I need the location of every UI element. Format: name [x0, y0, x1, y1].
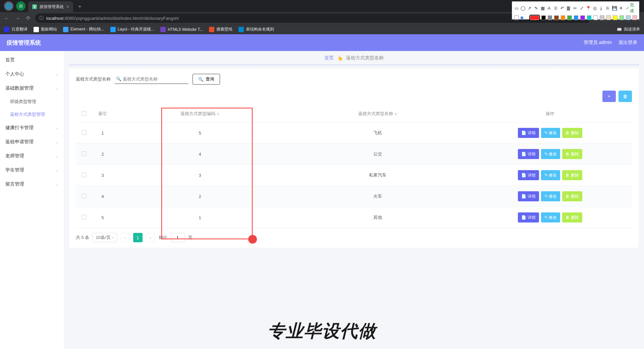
detail-button[interactable]: 📄 详情 — [518, 128, 539, 138]
bookmark-item[interactable]: Element - 网站快... — [63, 27, 104, 32]
sidebar-sub-returntype[interactable]: 返校方式类型管理 — [0, 108, 64, 121]
color-lightgreen[interactable] — [620, 15, 624, 20]
row-checkbox[interactable] — [82, 130, 87, 135]
color-orange[interactable] — [561, 15, 565, 20]
stroke-size-small[interactable] — [514, 15, 519, 20]
pin-tool-icon[interactable]: 📍 — [585, 5, 591, 11]
pager-page-1[interactable]: 1 — [133, 233, 143, 242]
row-checkbox[interactable] — [82, 215, 87, 219]
color-green[interactable] — [567, 15, 572, 20]
edit-button[interactable]: ✎ 修改 — [541, 191, 560, 201]
crop-tool-icon[interactable]: ✂ — [572, 5, 578, 11]
ocr-tool-icon[interactable]: ䷀ — [566, 5, 572, 11]
sidebar-item-home[interactable]: 首页 — [0, 53, 64, 67]
sidebar-item-returnapply[interactable]: 返校申请管理⌄ — [0, 135, 64, 149]
row-checkbox[interactable] — [82, 194, 87, 198]
delete-button[interactable]: 🗑 删除 — [562, 170, 582, 180]
delete-button[interactable]: 🗑 删除 — [562, 128, 582, 138]
detail-button[interactable]: 📄 详情 — [518, 191, 539, 201]
pen-tool-icon[interactable]: ✎ — [533, 5, 539, 11]
ellipse-tool-icon[interactable]: ◯ — [520, 5, 526, 11]
col-code[interactable]: 返校方式类型编码⇅ — [113, 105, 287, 122]
color-yellow[interactable] — [613, 15, 617, 20]
pager-goto-input[interactable] — [171, 233, 185, 242]
record-tool-icon[interactable]: ◎ — [592, 5, 598, 11]
edit-button[interactable]: ✎ 修改 — [541, 170, 560, 180]
edit-button[interactable]: ✎ 修改 — [541, 128, 560, 138]
color-cyan[interactable] — [587, 15, 591, 20]
color-white[interactable] — [593, 15, 598, 20]
detail-button[interactable]: 📄 详情 — [518, 212, 539, 222]
download-tool-icon[interactable]: ⭳ — [598, 5, 604, 11]
active-tab[interactable]: V 疫情管理系统 × — [28, 1, 73, 12]
save-tool-icon[interactable]: 💾 — [611, 5, 617, 11]
col-name[interactable]: 返校方式类型名称⇅ — [287, 105, 468, 122]
pager-next[interactable]: › — [146, 233, 155, 242]
text-tool-icon[interactable]: A — [546, 5, 552, 11]
detail-button[interactable]: 📄 详情 — [518, 170, 539, 180]
forward-icon[interactable]: → — [14, 15, 21, 21]
color-blue[interactable] — [574, 15, 578, 20]
color-black[interactable] — [541, 15, 546, 20]
bookmark-item[interactable]: HTML5 Website T... — [160, 27, 203, 32]
page-size-select[interactable]: 10条/页 — [93, 233, 117, 242]
bookmark-item[interactable]: 图标网站 — [34, 27, 57, 32]
counter-tool-icon[interactable]: ① — [553, 5, 558, 11]
add-button[interactable]: ＋ — [602, 91, 616, 102]
arrow-tool-icon[interactable]: ↗ — [527, 5, 532, 11]
pager-prev[interactable]: ‹ — [120, 233, 130, 242]
color-tan[interactable] — [606, 15, 611, 20]
bookmark-item[interactable]: 搜索壁纸 — [209, 27, 232, 32]
new-tab-button[interactable]: ＋ — [77, 3, 83, 10]
reload-icon[interactable]: ⟳ — [25, 15, 32, 21]
row-checkbox[interactable] — [82, 172, 87, 177]
user-label[interactable]: 管理员 admin — [584, 40, 612, 46]
search-button[interactable]: 🔍查询 — [193, 74, 220, 85]
color-lightblue[interactable] — [626, 15, 630, 20]
sidebar-item-message[interactable]: 留言管理⌄ — [0, 177, 64, 191]
mosaic-tool-icon[interactable]: ▦ — [540, 5, 545, 11]
copy-tool-icon[interactable]: ⎘ — [605, 5, 611, 11]
bookmark-item[interactable]: 百度翻译 — [4, 27, 28, 32]
row-checkbox[interactable] — [82, 151, 87, 156]
back-icon[interactable]: ← — [3, 15, 10, 21]
cancel-tool-icon[interactable]: ✕ — [618, 5, 624, 11]
color-gray[interactable] — [548, 15, 552, 20]
breadcrumb-home[interactable]: 首页 — [324, 55, 334, 61]
tab-icon-app[interactable]: 田 — [16, 1, 25, 11]
color-pink[interactable] — [633, 15, 637, 20]
detail-button[interactable]: 📄 详情 — [518, 149, 539, 159]
edit-button[interactable]: ✎ 修改 — [541, 149, 560, 159]
bookmark-item[interactable]: Layui - 经典开源模... — [110, 27, 154, 32]
color-brown[interactable] — [554, 15, 558, 20]
edit-button[interactable]: ✎ 修改 — [541, 212, 560, 222]
sidebar-item-basedata[interactable]: 基础数据管理⌄ — [0, 81, 64, 95]
site-info-icon[interactable]: ⓘ — [39, 15, 44, 21]
done-button[interactable]: ✓ 完成 — [626, 2, 638, 14]
sidebar-item-profile[interactable]: 个人中心⌄ — [0, 67, 64, 81]
select-all-checkbox[interactable] — [82, 111, 87, 116]
expand-tool-icon[interactable]: ⤢ — [579, 5, 585, 11]
search-input[interactable] — [115, 74, 189, 84]
tab-icon-generic[interactable]: 🌐 — [4, 1, 13, 11]
undo-tool-icon[interactable]: ↶ — [559, 5, 565, 11]
sidebar-item-student[interactable]: 学生管理⌄ — [0, 163, 64, 177]
sidebar-sub-classtype[interactable]: 班级类型管理 — [0, 95, 64, 108]
sidebar-item-teacher[interactable]: 老师管理⌄ — [0, 149, 64, 163]
delete-button[interactable]: 🗑 删除 — [562, 212, 582, 222]
stroke-size-dot[interactable] — [521, 16, 523, 19]
reading-list-button[interactable]: 📖 阅读清单 — [617, 27, 640, 32]
color-lightgray[interactable] — [600, 15, 604, 20]
delete-button[interactable]: 🗑 删除 — [562, 149, 582, 159]
logout-link[interactable]: 退出登录 — [619, 40, 637, 46]
bookmark-item[interactable]: 表结构命名规则 — [238, 27, 274, 32]
rect-tool-icon[interactable]: ▭ — [514, 5, 519, 11]
color-red[interactable] — [530, 15, 539, 20]
tab-close-icon[interactable]: × — [66, 4, 69, 9]
batch-delete-button[interactable]: 🗑 — [619, 91, 632, 102]
screenshot-annotation-toolbar[interactable]: ▭ ◯ ↗ ✎ ▦ A ① ↶ ䷀ ✂ ⤢ 📍 ◎ ⭳ ⎘ 💾 ✕ ✓ 完成 — [512, 1, 639, 19]
sidebar-item-health[interactable]: 健康打卡管理⌄ — [0, 121, 64, 135]
address-bar[interactable]: ⓘ localhost:8080/yiqingguanli/admin/dist… — [35, 13, 591, 23]
color-purple[interactable] — [580, 15, 585, 20]
delete-button[interactable]: 🗑 删除 — [562, 191, 582, 201]
